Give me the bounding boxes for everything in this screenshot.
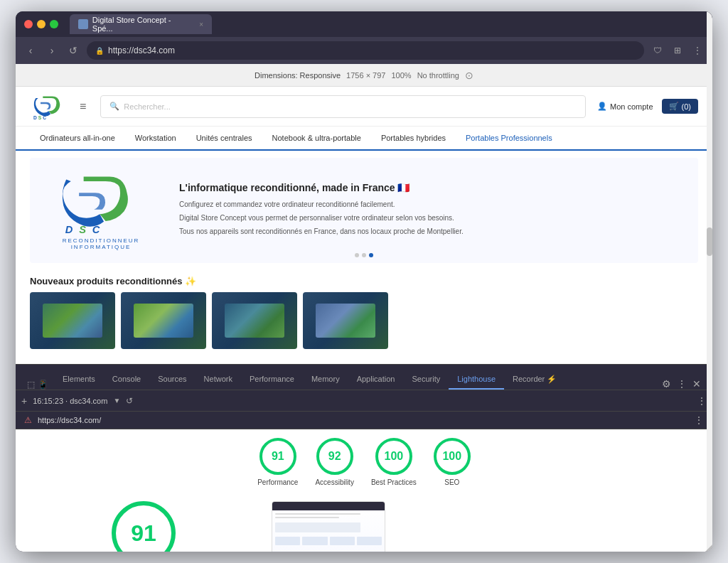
devtools-url-bar: ⚠ https://dsc34.com/ ⋮ — [16, 412, 712, 429]
tab-title: Digital Store Concept - Spé... — [92, 16, 192, 33]
back-button[interactable]: ‹ — [23, 43, 38, 58]
page-area: D S C ≡ 🔍 Rechercher... 👤 Mon compte — [16, 87, 712, 552]
carousel-dot-2[interactable] — [362, 253, 366, 257]
forward-button[interactable]: › — [44, 43, 60, 58]
maximize-button[interactable] — [50, 20, 58, 28]
devtools-panel: ⬚ 📱 Elements Console Sources Network Per… — [16, 364, 712, 552]
devtools-settings-bar: ⚙ ⋮ ✕ — [662, 378, 707, 390]
account-label: Mon compte — [610, 102, 653, 111]
carousel-dot-3[interactable] — [369, 253, 373, 257]
dimensions-label: Dimensions: Responsive — [255, 71, 341, 80]
ss-line-1 — [275, 513, 360, 515]
svg-text:D: D — [33, 114, 37, 119]
minimize-button[interactable] — [37, 20, 46, 28]
carousel-dot-1[interactable] — [355, 253, 359, 257]
devtools-settings-icon[interactable]: ⚙ — [662, 378, 671, 390]
address-bar[interactable]: 🔒 https://dsc34.com — [87, 41, 644, 60]
tab-close-button[interactable]: × — [199, 21, 203, 28]
score-seo: 100 SEO — [434, 438, 471, 487]
products-section: Nouveaux produits reconditionnés ✨ — [16, 270, 712, 355]
tab-bar: Digital Store Concept - Spé... × — [70, 14, 704, 34]
product-card-1[interactable] — [30, 292, 115, 349]
browser-window: Digital Store Concept - Spé... × ‹ › ↺ 🔒… — [16, 11, 712, 552]
tab-memory[interactable]: Memory — [303, 370, 348, 390]
search-bar[interactable]: 🔍 Rechercher... — [100, 95, 586, 118]
user-icon: 👤 — [597, 102, 607, 111]
big-score-left: 91 Performance Values are estimated and … — [44, 501, 243, 552]
dropdown-icon[interactable]: ▼ — [113, 397, 120, 404]
tab-network[interactable]: Network — [196, 370, 241, 390]
tab-sources[interactable]: Sources — [149, 370, 195, 390]
devtools-more-icon[interactable]: ⋮ — [697, 395, 707, 407]
nav-item-workstation[interactable]: Workstation — [125, 126, 186, 150]
tab-application[interactable]: Application — [348, 370, 404, 390]
big-performance-value: 91 — [131, 520, 156, 547]
lighthouse-content: 91 Performance 92 Accessibility 100 — [16, 429, 712, 552]
scrollbar-thumb[interactable] — [707, 227, 712, 256]
reload-button[interactable]: ↺ — [65, 43, 81, 58]
browser-tab-active[interactable]: Digital Store Concept - Spé... × — [70, 14, 212, 34]
shield-icon: 🛡 — [650, 43, 665, 58]
orientation-icon: ⊙ — [465, 70, 473, 81]
extensions-icon: ⊞ — [670, 43, 685, 58]
dsc-logo-svg: D S C — [30, 92, 65, 121]
hero-desc-3: Tous nos appareils sont reconditionnés e… — [179, 226, 684, 237]
refresh-icon[interactable]: ↺ — [126, 396, 133, 406]
screenshot-thumbnail — [272, 501, 385, 552]
cart-button[interactable]: 🛒 (0) — [662, 99, 698, 114]
hero-logo-subtext: RECONDITIONNEUR INFORMATIQUE — [44, 237, 158, 250]
menu-icon[interactable]: ⋮ — [690, 43, 705, 58]
toolbar-right: 🛡 ⊞ ⋮ — [650, 43, 705, 58]
close-button[interactable] — [24, 20, 33, 28]
nav-item-unites[interactable]: Unités centrales — [186, 126, 262, 150]
hero-title: L'informatique reconditionné, made in Fr… — [179, 182, 684, 193]
product-card-2[interactable] — [121, 292, 206, 349]
resize-handle[interactable] — [704, 543, 712, 552]
carousel-dots — [355, 253, 373, 257]
responsive-bar: Dimensions: Responsive 1756 × 797 100% N… — [16, 64, 712, 87]
product-card-3[interactable] — [212, 292, 297, 349]
header-actions: 👤 Mon compte 🛒 (0) — [597, 99, 698, 114]
tab-performance[interactable]: Performance — [241, 370, 303, 390]
scores-row: 91 Performance 92 Accessibility 100 — [16, 429, 712, 495]
tab-security[interactable]: Security — [403, 370, 449, 390]
hero-logo-svg: D S C — [55, 171, 147, 235]
nav-item-all-in-one[interactable]: Ordinateurs all-in-one — [30, 126, 125, 150]
site-header: D S C ≡ 🔍 Rechercher... 👤 Mon compte — [16, 87, 712, 127]
product-card-4[interactable] — [303, 292, 388, 349]
ss-line-3 — [275, 522, 360, 532]
accessibility-label: Accessibility — [315, 478, 353, 487]
tab-console[interactable]: Console — [104, 370, 149, 390]
ss-body — [272, 510, 385, 552]
account-button[interactable]: 👤 Mon compte — [597, 102, 653, 111]
product-image-1 — [30, 292, 115, 349]
nav-bar: ‹ › ↺ 🔒 https://dsc34.com 🛡 ⊞ ⋮ — [16, 37, 712, 64]
search-placeholder: Rechercher... — [124, 102, 170, 111]
laptop-screen-1 — [43, 304, 102, 338]
nav-item-hybrides[interactable]: Portables hybrides — [371, 126, 456, 150]
cart-icon: 🛒 — [669, 102, 679, 111]
report-url: https://dsc34.com/ — [38, 416, 101, 424]
traffic-lights — [24, 20, 58, 28]
tab-elements[interactable]: Elements — [54, 370, 104, 390]
tab-lighthouse[interactable]: Lighthouse — [449, 370, 504, 390]
add-report-icon[interactable]: + — [21, 395, 27, 407]
score-best-practices: 100 Best Practices — [371, 438, 417, 487]
nav-item-professionnels[interactable]: Portables Professionnels — [456, 127, 562, 151]
nav-item-notebook[interactable]: Notebook & ultra-portable — [262, 126, 371, 150]
tab-recorder[interactable]: Recorder ⚡ — [504, 370, 565, 390]
throttling-label: No throttling — [417, 71, 459, 80]
devtools-inspect-icon[interactable]: ⬚ — [27, 380, 35, 390]
seo-label: SEO — [444, 478, 459, 487]
performance-ring: 91 — [259, 438, 296, 475]
devtools-vertical-dots[interactable]: ⋮ — [677, 378, 687, 390]
url-more-icon[interactable]: ⋮ — [694, 414, 704, 426]
hamburger-icon[interactable]: ≡ — [77, 97, 89, 116]
products-title: Nouveaux produits reconditionnés ✨ — [30, 276, 698, 286]
seo-value: 100 — [442, 450, 461, 463]
devtools-mobile-icon[interactable]: 📱 — [38, 380, 48, 390]
tab-favicon — [78, 19, 88, 29]
devtools-close-icon[interactable]: ✕ — [692, 378, 701, 390]
accessibility-value: 92 — [328, 450, 341, 463]
laptop-screen-2 — [134, 304, 193, 338]
